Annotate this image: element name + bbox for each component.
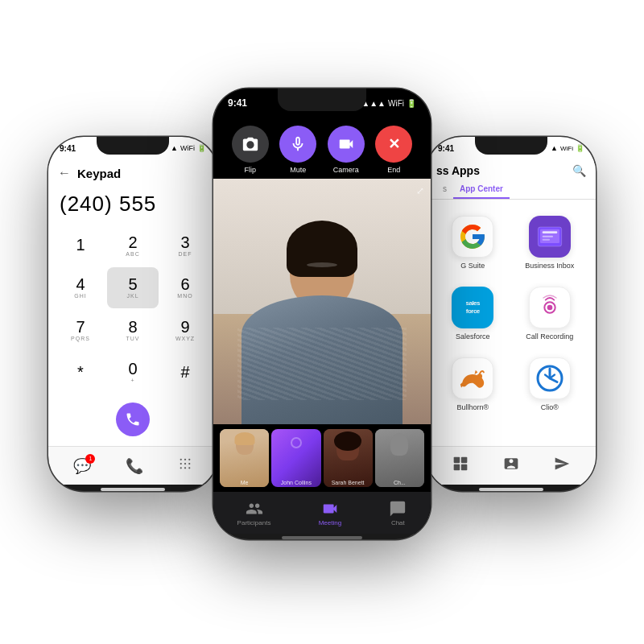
svg-rect-12 (542, 236, 552, 237)
app-business-inbox[interactable]: Business Inbox (512, 208, 588, 278)
app-gsuite[interactable]: G Suite (435, 208, 511, 278)
svg-point-4 (184, 463, 186, 464)
mute-control[interactable]: Mute (279, 126, 316, 174)
thumb-sarah-label: Sarah Benett (324, 480, 373, 485)
nav-participants[interactable]: Participants (237, 500, 271, 526)
camera-label: Camera (333, 166, 359, 174)
app-clio[interactable]: Clio® (512, 349, 588, 419)
svg-point-1 (184, 459, 186, 460)
expand-icon[interactable]: ⤢ (416, 185, 424, 196)
svg-rect-20 (453, 464, 460, 471)
gsuite-icon (452, 216, 493, 258)
phone-center: 9:41 ▲▲▲ WiFi 🔋 Flip (213, 89, 431, 539)
notch-left (97, 137, 169, 155)
svg-rect-13 (542, 239, 549, 241)
status-icons-right: ▲ WiFi 🔋 (551, 144, 584, 152)
call-bottom-nav: Participants Meeting Chat (213, 492, 431, 534)
flip-control[interactable]: Flip (232, 126, 269, 174)
apps-contacts-icon[interactable] (503, 456, 519, 476)
flip-label: Flip (244, 166, 256, 174)
apps-grid: G Suite Busin (427, 200, 596, 427)
salesforce-name: Salesforce (456, 332, 490, 341)
key-0[interactable]: 0+ (107, 352, 159, 394)
svg-rect-19 (460, 457, 467, 464)
key-6[interactable]: 6MNO (159, 267, 211, 309)
keypad-grid: 1 2ABC 3DEF 4GHI 5JKL 6MNO 7PQRS 8TUV 9W… (48, 221, 217, 396)
end-control[interactable]: ✕ End (375, 126, 412, 174)
keypad-call-area (48, 396, 217, 446)
thumb-me[interactable]: Me (220, 429, 269, 487)
svg-rect-18 (453, 457, 460, 464)
apps-grid-icon[interactable] (452, 456, 469, 476)
apps-bottom-bar (427, 446, 596, 485)
thumb-john[interactable]: John Collins (271, 429, 320, 487)
svg-point-15 (547, 305, 552, 311)
thumb-me-label: Me (220, 480, 269, 485)
gsuite-name: G Suite (460, 262, 485, 270)
binbox-icon (529, 216, 571, 258)
apps-header: ss Apps 🔍 (427, 159, 596, 180)
app-salesforce[interactable]: salesforce Salesforce (435, 279, 511, 349)
messages-icon[interactable]: 💬1 (73, 457, 91, 475)
key-9[interactable]: 9WXYZ (159, 309, 211, 351)
key-2[interactable]: 2ABC (107, 225, 159, 266)
keypad-header: ← Keypad (48, 159, 217, 184)
key-3[interactable]: 3DEF (159, 225, 211, 266)
thumb-sarah[interactable]: Sarah Benett (324, 429, 373, 487)
binbox-name: Business Inbox (525, 262, 574, 270)
video-person-bg (213, 179, 431, 424)
apps-title: ss Apps (436, 164, 480, 177)
calls-icon[interactable]: 📞 (126, 457, 143, 475)
callrec-name: Call Recording (526, 332, 573, 341)
nav-chat[interactable]: Chat (389, 500, 407, 526)
scene: 9:41 ▲ WiFi 🔋 ← Keypad (240) 555 1 2ABC … (0, 0, 644, 644)
key-star[interactable]: * (55, 352, 106, 394)
notch-right (475, 137, 547, 155)
screen-center: Flip Mute Camera (213, 118, 431, 534)
dialpad-icon[interactable] (178, 456, 192, 475)
key-8[interactable]: 8TUV (107, 309, 159, 351)
app-call-recording[interactable]: Call Recording (512, 279, 588, 349)
video-main: ⤢ (213, 179, 431, 424)
notch-center (278, 89, 366, 111)
nav-participants-label: Participants (237, 519, 271, 526)
thumb-ch-label: Ch... (375, 480, 424, 485)
key-7[interactable]: 7PQRS (55, 309, 106, 351)
call-button-small[interactable] (116, 402, 150, 436)
apps-tabs: s App Center (427, 180, 596, 200)
mute-label: Mute (290, 166, 306, 174)
screen-right: ss Apps 🔍 s App Center (427, 159, 596, 485)
clio-icon (529, 357, 571, 399)
apps-share-icon[interactable] (554, 456, 570, 476)
tab-app-center[interactable]: App Center (453, 180, 510, 199)
svg-point-2 (188, 459, 190, 460)
back-button[interactable]: ← (58, 166, 71, 180)
phone-right: 9:41 ▲ WiFi 🔋 ss Apps 🔍 s App Center (427, 137, 596, 491)
apps-search-icon[interactable]: 🔍 (572, 164, 586, 177)
keypad-title: Keypad (77, 167, 121, 180)
phone-left: 9:41 ▲ WiFi 🔋 ← Keypad (240) 555 1 2ABC … (48, 137, 217, 491)
salesforce-icon: salesforce (452, 287, 493, 328)
thumb-ch[interactable]: Ch... (375, 429, 424, 487)
app-bullhorn[interactable]: Bullhorn® (435, 349, 511, 419)
nav-meeting-label: Meeting (319, 519, 341, 526)
key-4[interactable]: 4GHI (55, 267, 106, 309)
svg-point-8 (188, 467, 190, 469)
nav-meeting[interactable]: Meeting (319, 500, 341, 526)
call-controls: Flip Mute Camera (213, 118, 431, 179)
home-bar-right (479, 488, 543, 491)
key-1[interactable]: 1 (55, 225, 106, 266)
time-left: 9:41 (60, 144, 76, 153)
thumbnail-strip: Me John Collins Sarah Benett (213, 424, 431, 492)
tab-s[interactable]: s (436, 180, 453, 199)
key-5[interactable]: 5JKL (107, 267, 159, 309)
bullhorn-icon (452, 357, 493, 399)
svg-rect-21 (460, 464, 467, 471)
bullhorn-name: Bullhorn® (456, 403, 489, 411)
dial-number: (240) 555 (48, 184, 217, 221)
screen-left: ← Keypad (240) 555 1 2ABC 3DEF 4GHI 5JKL… (48, 159, 217, 446)
home-bar-center (282, 536, 362, 539)
camera-control[interactable]: Camera (328, 126, 365, 174)
key-hash[interactable]: # (159, 352, 211, 394)
bottom-bar-left: 💬1 📞 (48, 446, 217, 485)
